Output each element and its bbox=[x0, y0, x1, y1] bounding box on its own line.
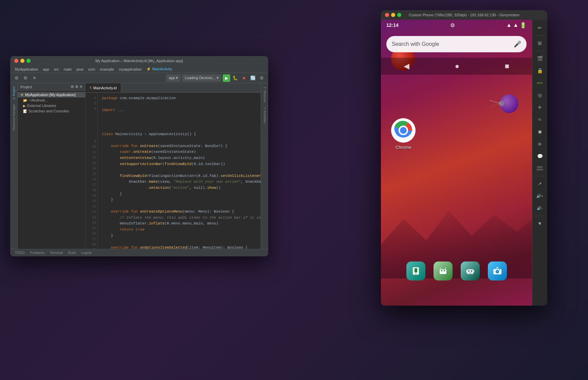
scratches-icon: 📝 bbox=[23, 109, 27, 113]
menu-src[interactable]: src bbox=[52, 67, 61, 72]
toolbar-btn-2[interactable]: ⚙ bbox=[22, 74, 29, 82]
tool-share[interactable]: ↗ bbox=[534, 178, 545, 189]
chrome-icon bbox=[391, 118, 416, 143]
dock-camera[interactable] bbox=[488, 261, 507, 281]
device-dropdown[interactable]: Loading Devices... ▾ bbox=[182, 74, 221, 82]
tool-pencil[interactable]: ✏ bbox=[534, 22, 545, 33]
android-searchbar[interactable]: Search with Google 🎤 bbox=[386, 36, 527, 52]
tool-id[interactable]: ID bbox=[534, 114, 545, 125]
chrome-app[interactable]: Chrome bbox=[391, 118, 416, 150]
tool-stream[interactable]: ≋ bbox=[534, 139, 545, 149]
menu-main[interactable]: main bbox=[62, 67, 74, 72]
emu-right-toolbar: ✏ ⊞ 🎬 🔒 GPS ◎ ✛ ID ⏺ ≋ 💬 OpenGAPS ↗ 🔊+ 🔊… bbox=[532, 20, 547, 306]
back-button[interactable]: ◀ bbox=[404, 62, 409, 71]
app-dropdown[interactable]: app ▾ bbox=[166, 74, 181, 82]
svg-point-18 bbox=[471, 270, 472, 272]
dock-phone[interactable] bbox=[406, 261, 425, 281]
tree-item-path[interactable]: 📂 ~/Android... bbox=[18, 97, 85, 103]
tree-item-scratches[interactable]: 📝 Scratches and Consoles bbox=[18, 108, 85, 114]
sidebar-item-project[interactable]: 1: Project bbox=[11, 85, 17, 102]
emu-close-button[interactable] bbox=[385, 13, 389, 17]
tree-item-external-libs[interactable]: ▶ External Libraries bbox=[18, 103, 85, 108]
menu-example[interactable]: example bbox=[98, 67, 116, 72]
toolbar-btn-1[interactable]: ⚙ bbox=[13, 74, 20, 82]
tool-vol-down[interactable]: 🔊- bbox=[534, 203, 545, 214]
sidebar-item-favorites[interactable]: 2: Favorites bbox=[262, 105, 268, 125]
ide-titlebar: My Application – MainActivity.kt [My_App… bbox=[10, 56, 268, 66]
tab-problems[interactable]: Problems bbox=[28, 250, 47, 255]
tool-fullscreen[interactable]: ⊞ bbox=[534, 38, 545, 49]
emu-minimize-button[interactable] bbox=[391, 13, 395, 17]
close-button[interactable] bbox=[14, 59, 18, 63]
tab-terminal[interactable]: Terminal bbox=[48, 250, 65, 255]
menu-mainactivity[interactable]: ⚡ MainActivity bbox=[144, 66, 174, 72]
menu-app[interactable]: app bbox=[41, 67, 51, 72]
maximize-button[interactable] bbox=[26, 59, 31, 63]
comet bbox=[488, 99, 505, 109]
tool-camera[interactable]: 🎬 bbox=[534, 53, 545, 64]
tool-sep-4 bbox=[535, 216, 545, 216]
svg-point-4 bbox=[400, 127, 407, 134]
minimize-button[interactable] bbox=[20, 59, 24, 63]
tab-mainactivity[interactable]: K MainActivity.kt bbox=[86, 83, 121, 92]
run-button[interactable]: ▶ bbox=[223, 74, 230, 82]
tool-record[interactable]: ⏺ bbox=[534, 126, 545, 137]
tab-build[interactable]: Build bbox=[66, 250, 78, 255]
menu-myapplication2[interactable]: myapplication bbox=[117, 67, 144, 72]
menu-com[interactable]: com bbox=[86, 67, 97, 72]
tool-chat[interactable]: 💬 bbox=[534, 151, 545, 162]
tool-move[interactable]: ✛ bbox=[534, 102, 545, 113]
tool-location[interactable]: ◎ bbox=[534, 90, 545, 101]
search-text: Search with Google bbox=[392, 41, 510, 47]
menu-java[interactable]: java bbox=[74, 67, 85, 72]
line-numbers: 1239101112131415161718192021222324252627… bbox=[86, 93, 98, 249]
genymotion-window: Custom Phone (768x1280, 320dpi) - 192.16… bbox=[381, 10, 547, 306]
mic-icon[interactable]: 🎤 bbox=[514, 40, 521, 48]
signal-icon: ▲ bbox=[513, 22, 518, 28]
tab-logcat[interactable]: Logcat bbox=[79, 250, 93, 255]
folder-icon: ▼ bbox=[20, 93, 24, 97]
tree-label: MyApplication [My Application] bbox=[25, 93, 76, 97]
settings-button[interactable]: ⚙ bbox=[258, 74, 265, 82]
settings-icon[interactable]: ⚙ bbox=[450, 22, 455, 29]
tool-sep-3 bbox=[535, 176, 545, 176]
home-button[interactable]: ● bbox=[455, 62, 459, 71]
emu-traffic-lights bbox=[385, 13, 401, 17]
tool-down[interactable]: ▼ bbox=[534, 218, 545, 229]
code-text[interactable]: package com.example.myapplication import… bbox=[98, 93, 261, 249]
editor-tabs: K MainActivity.kt bbox=[86, 83, 261, 93]
code-content[interactable]: 1239101112131415161718192021222324252627… bbox=[86, 93, 261, 249]
toolbar-btn-3[interactable]: ✕ bbox=[31, 74, 38, 82]
ide-toolbar: ⚙ ⚙ ✕ app ▾ Loading Devices... ▾ ▶ 🐛 ■ 🔄… bbox=[10, 73, 268, 83]
sidebar-item-structure[interactable]: 2: Structure bbox=[262, 85, 268, 105]
tab-todo[interactable]: TODO bbox=[13, 250, 27, 255]
svg-point-6 bbox=[415, 273, 416, 274]
tool-gps[interactable]: GPS bbox=[534, 77, 545, 88]
tool-lock[interactable]: 🔒 bbox=[534, 65, 545, 76]
tree-item-myapplication[interactable]: ▼ MyApplication [My Application] bbox=[18, 92, 85, 97]
menu-myapplication[interactable]: MyApplication bbox=[13, 67, 40, 72]
ide-right-tabs: 2: Structure 2: Favorites bbox=[261, 83, 268, 249]
dock-android[interactable] bbox=[434, 261, 453, 281]
status-time: 12:14 bbox=[386, 22, 399, 28]
android-dock bbox=[381, 256, 532, 285]
sidebar-item-resource[interactable]: Resource Manager bbox=[11, 102, 17, 132]
gradle-sync-button[interactable]: 🔄 bbox=[249, 74, 257, 82]
tree-path-label: ~/Android... bbox=[29, 98, 48, 102]
dock-robot[interactable] bbox=[461, 261, 480, 281]
code-editor: K MainActivity.kt 1239101112131415161718… bbox=[86, 83, 261, 249]
tool-gapps[interactable]: OpenGAPS bbox=[534, 163, 545, 174]
recent-button[interactable]: ■ bbox=[505, 62, 509, 71]
ide-title: My Application – MainActivity.kt [My_App… bbox=[95, 59, 183, 63]
android-screen: 12:14 ⚙ ▲ ▲ 🔋 Search with Google 🎤 bbox=[381, 20, 532, 306]
debug-button[interactable]: 🐛 bbox=[232, 74, 239, 82]
project-settings-icon[interactable]: ⚙ ⚙ ✕ bbox=[71, 85, 82, 89]
stop-button[interactable]: ■ bbox=[240, 74, 248, 82]
tool-vol-up[interactable]: 🔊+ bbox=[534, 191, 545, 201]
chrome-label: Chrome bbox=[396, 145, 411, 150]
android-statusbar: 12:14 ⚙ ▲ ▲ 🔋 bbox=[381, 20, 532, 31]
project-tree: ▼ MyApplication [My Application] 📂 ~/And… bbox=[18, 91, 85, 249]
emu-maximize-button[interactable] bbox=[397, 13, 401, 17]
svg-rect-15 bbox=[466, 270, 467, 273]
project-label: Project bbox=[20, 85, 32, 89]
